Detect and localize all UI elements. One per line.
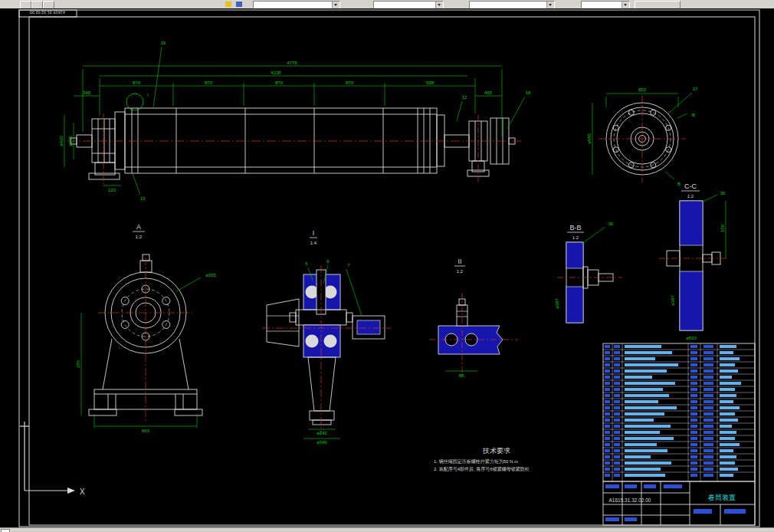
detail-i-dim1: ø240 [316,431,327,435]
bom-cell-text-bar [720,394,736,397]
section-bb-leader: 30 [608,222,614,226]
bom-cell-text-bar [720,455,736,458]
section-b-letter-bottom: B [677,182,681,186]
dim-dia-outer: ø420 [59,136,64,146]
bom-cell-text-bar [605,363,610,366]
detail-ii-dim: 88 [459,373,464,378]
bom-cell-text-bar [690,474,697,477]
bom-cell-text-bar [625,357,655,360]
drawing-canvas[interactable]: A1615.31.32.02.00 [0,0,774,532]
bom-cell-text-bar [614,474,620,477]
end-dim-top: 650 [638,87,647,92]
bom-cell-text-bar [720,449,733,452]
bom-cell-text-bar [625,345,661,348]
bom-cell-text-bar [614,400,620,403]
bom-cell-text-bar [605,345,610,348]
bom-cell-text-bar [703,394,713,397]
bom-cell-text-bar [605,394,610,397]
detail-ii-scale: 1:2 [457,269,464,274]
bom-cell-text-bar [614,468,620,471]
bom-cell-text-bar [690,388,697,391]
corner-drawing-number: A1615.31.32.02.00 [30,10,66,15]
dim-sub: 4238 [271,71,281,75]
dim-seg2: 870 [205,80,213,85]
bom-cell-text-bar [720,468,738,471]
bom-cell-text-bar [625,461,671,465]
bom-cell-text-bar [614,443,620,446]
command-line-bar[interactable] [0,527,774,532]
bom-cell-text-bar [625,363,678,366]
bom-cell-text-bar [703,425,713,428]
bom-cell-text-bar [614,394,620,397]
bom-cell-text-bar [720,443,740,446]
bom-cell-text-bar [605,400,610,403]
bom-cell-text-bar [690,394,697,397]
bom-cell-text-bar [625,419,654,422]
bom-cell-text-bar [625,468,661,471]
bom-cell-text-bar [614,431,620,434]
end-dim-left: ø580 [587,133,592,144]
bom-cell-text-bar [690,382,697,385]
section-bb-dim: ø387 [555,298,559,309]
bom-cell-text-bar [703,412,713,415]
bom-cell-text-bar [703,455,713,458]
bom-cell-text-bar [625,431,660,434]
bom-cell-text-bar [625,449,667,452]
dim-seg4: 870 [346,80,354,85]
bom-cell-text-bar [614,461,620,465]
bom-cell-text-bar [720,431,736,434]
view-a-title: A [136,223,141,231]
bom-cell-text-bar [614,382,620,385]
detail-ii-title: II [458,258,461,265]
view-a-dim-left: 255 [76,360,80,368]
bom-cell-text-bar [625,425,671,428]
bom-cell-text-bar [690,412,697,415]
bom-cell-text-bar [720,345,736,348]
balloon-12: 12 [462,95,467,100]
balloon-18: 18 [526,90,531,95]
bom-cell-text-bar [690,369,697,373]
bom-cell-text-bar [703,431,713,434]
section-bb-scale: 1:2 [572,235,579,240]
bom-cell-text-bar [720,351,733,354]
bom-cell-text-bar [703,474,713,477]
bom-cell-text-bar [690,425,697,428]
bom-cell-text-bar [605,468,610,471]
bom-cell-text-bar [720,461,735,465]
bom-cell-text-bar [703,382,713,385]
bom-cell-text-bar [605,406,610,409]
bom-cell-text-bar [625,388,663,391]
bom-cell-text-bar [614,357,620,360]
bom-cell-text-bar [703,376,713,379]
bom-cell-text-bar [703,449,713,452]
bom-cell-text-bar [614,345,620,348]
bom-cell-text-bar [690,406,697,409]
bom-cell-text-bar [614,425,620,428]
tech-req-line2: 2. 装配序号4部件后, 将序号6锁紧螺母锁紧防松 [434,466,530,472]
bom-cell-text-bar [703,357,713,360]
bom-cell-text-bar [614,437,620,440]
detail-i-scale: 1:4 [310,241,317,245]
bom-cell-text-bar [703,406,713,409]
bom-cell-text-bar [690,449,697,452]
bom-cell-text-bar [720,388,735,391]
command-input[interactable] [1,529,10,532]
bom-cell-text-bar [614,455,620,458]
bom-cell-text-bar [605,376,610,379]
bom-cell-text-bar [614,449,620,452]
bom-cell-text-bar [720,412,735,415]
title-block-drawing-no: A1615.31.32.02.00 [609,498,651,503]
bom-cell-text-bar [625,443,657,446]
bom-cell-text-bar [720,406,740,409]
bom-cell-text-bar [625,351,672,354]
bom-cell-text-bar [720,363,735,366]
section-cc-leader: 36 [720,191,726,195]
bom-cell-text-bar [720,474,733,477]
bom-cell-text-bar [720,357,740,360]
bom-cell-text-bar [625,406,677,409]
bom-cell-text-bar [625,412,664,415]
bom-cell-text-bar [614,412,620,415]
view-a-scale: 1:2 [136,235,143,239]
view-a-dim-bottom: 660 [142,429,150,433]
balloon-19: 19 [161,41,166,45]
